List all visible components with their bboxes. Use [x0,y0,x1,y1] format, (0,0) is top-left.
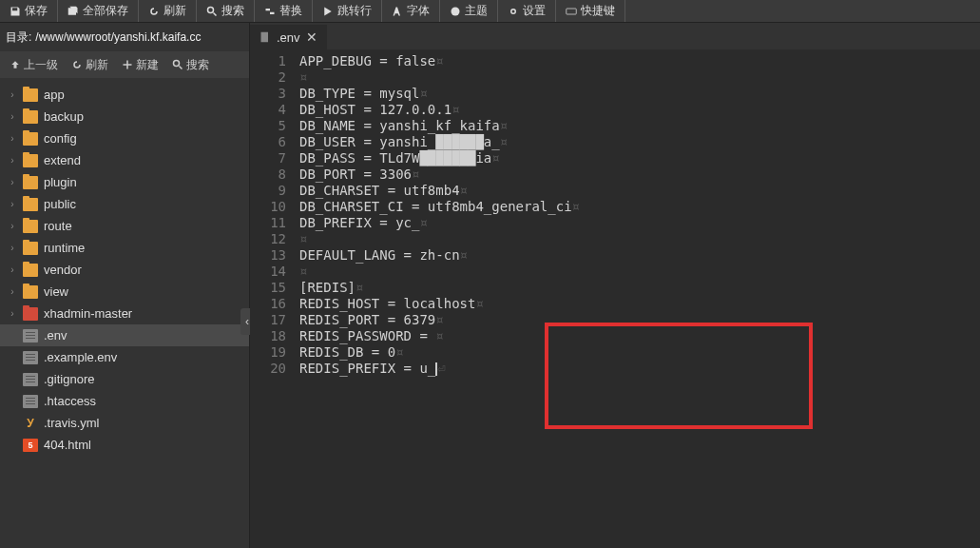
tree-item-label: plugin [44,175,77,189]
folder-item[interactable]: ›extend [0,149,249,171]
new-button[interactable]: 新建 [116,54,164,76]
tree-item-label: view [44,284,68,299]
settings-button[interactable]: 设置 [498,0,556,22]
chevron-icon[interactable]: › [8,155,17,166]
code-line: ¤ [299,231,980,247]
code-line: DB_CHARSET = utf8mb4¤ [299,183,980,199]
folder-icon [23,220,38,233]
chevron-icon[interactable]: › [8,89,17,100]
topbar: 保存 全部保存 刷新 搜索 替换 跳转行 字体 主题 设置 快捷键 [0,0,980,23]
chevron-icon[interactable]: › [8,111,17,122]
code-line: ¤ [299,264,980,280]
file-icon [259,31,271,43]
chevron-icon[interactable]: › [8,264,17,275]
file-item[interactable]: 5404.html [0,434,249,456]
tree-item-label: xhadmin-master [44,306,132,321]
file-icon [23,395,38,408]
chevron-icon[interactable]: › [8,286,17,297]
svg-rect-3 [567,9,577,14]
folder-item[interactable]: ›runtime [0,237,249,259]
code-line: REDIS_PASSWORD = ¤ [299,328,980,344]
folder-icon [23,88,38,102]
chevron-icon[interactable]: › [8,177,17,187]
folder-icon [23,154,38,167]
theme-button[interactable]: 主题 [440,0,498,22]
folder-item[interactable]: ›public [0,193,249,215]
close-icon[interactable]: ✕ [306,29,317,45]
file-icon [23,329,38,342]
editor: ‹ .env ✕ 1234567891011121314151617181920… [250,23,980,548]
code-line: REDIS_PORT = 6379¤ [299,312,980,328]
up-level-button[interactable]: 上一级 [4,54,64,76]
folder-item[interactable]: ›xhadmin-master [0,303,249,324]
file-item[interactable]: У.travis.yml [0,412,249,434]
tree-item-label: route [44,219,72,233]
path-bar: 目录: /www/wwwroot/yanshi.kf.kaifa.cc [0,23,249,51]
tab-env[interactable]: .env ✕ [250,25,327,49]
tree-item-label: backup [44,109,84,124]
file-item[interactable]: .gitignore [0,368,249,390]
code-line: DB_PASS = TLd7W███████ia¤ [299,150,980,166]
chevron-icon[interactable]: › [8,308,17,319]
yml-icon: У [23,417,38,430]
replace-button[interactable]: 替换 [255,0,313,22]
save-button[interactable]: 保存 [0,0,58,22]
folder-item[interactable]: ›view [0,281,249,303]
refresh-tree-button[interactable]: 刷新 [66,54,114,76]
code-line: DB_CHARSET_CI = utf8mb4_general_ci¤ [299,199,980,215]
save-all-button[interactable]: 全部保存 [58,0,139,22]
code-line: REDIS_DB = 0¤ [299,344,980,361]
sidebar-tools: 上一级 刷新 新建 搜索 [0,51,249,78]
tree-item-label: vendor [44,263,82,277]
code-line: DEFAULT_LANG = zh-cn¤ [299,247,980,264]
tree-item-label: app [44,88,65,102]
shortcut-button[interactable]: 快捷键 [556,0,625,22]
html-icon: 5 [23,439,38,452]
code-line: DB_HOST = 127.0.0.1¤ [299,102,980,118]
chevron-icon[interactable]: › [8,133,17,144]
code-line: DB_PREFIX = yc_¤ [299,215,980,231]
svg-point-2 [511,9,516,13]
file-item[interactable]: .env [0,324,249,346]
code-area[interactable]: 1234567891011121314151617181920 APP_DEBU… [250,49,980,548]
folder-item[interactable]: ›config [0,127,249,149]
file-icon [23,373,38,386]
tree-item-label: extend [44,153,81,167]
code-content[interactable]: APP_DEBUG = false¤¤DB_TYPE = mysql¤DB_HO… [294,49,980,548]
file-item[interactable]: .htaccess [0,390,249,412]
jump-button[interactable]: 跳转行 [313,0,382,22]
chevron-icon[interactable]: › [8,199,17,209]
folder-item[interactable]: ›vendor [0,259,249,281]
tab-bar: .env ✕ [250,23,980,49]
svg-point-4 [174,61,180,67]
tree-item-label: public [44,197,76,211]
tree-item-label: .htaccess [44,394,96,408]
chevron-icon[interactable]: › [8,221,17,231]
folder-icon [23,176,38,189]
path-label: 目录: [6,29,31,46]
code-line: APP_DEBUG = false¤ [299,53,980,69]
folder-item[interactable]: ›plugin [0,171,249,193]
code-line: [REDIS]¤ [299,280,980,296]
tab-label: .env [277,30,300,45]
folder-icon [23,132,38,146]
folder-red-icon [23,307,38,321]
font-button[interactable]: 字体 [382,0,440,22]
code-line: DB_PORT = 3306¤ [299,166,980,183]
tree-item-label: config [44,131,77,146]
chevron-icon[interactable]: › [8,243,17,253]
folder-item[interactable]: ›route [0,215,249,237]
file-icon [23,351,38,364]
search-tree-button[interactable]: 搜索 [166,54,215,76]
folder-item[interactable]: ›app [0,84,249,106]
folder-item[interactable]: ›backup [0,106,249,127]
folder-icon [23,264,38,277]
folder-icon [23,242,38,255]
code-line: DB_NAME = yanshi_kf_kaifa¤ [299,118,980,134]
folder-icon [23,198,38,211]
svg-rect-5 [261,32,269,43]
search-button[interactable]: 搜索 [197,0,255,22]
refresh-button[interactable]: 刷新 [139,0,197,22]
file-item[interactable]: .example.env [0,346,249,368]
tree-item-label: 404.html [44,438,91,452]
